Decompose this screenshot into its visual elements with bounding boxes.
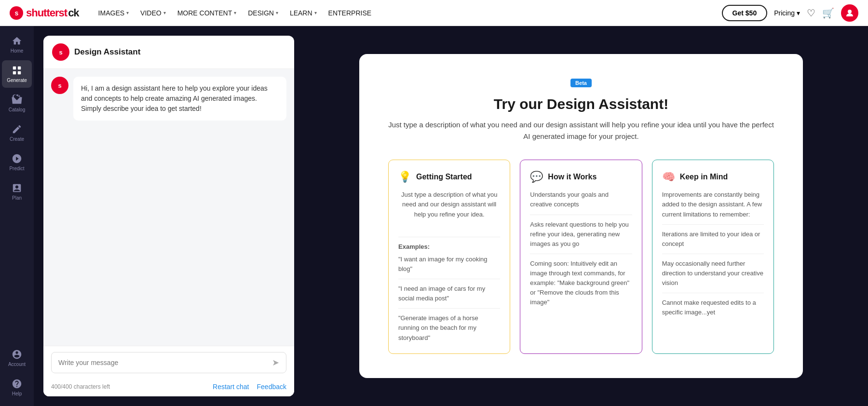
- pricing-link[interactable]: Pricing ▾: [774, 9, 800, 17]
- example-1: "I want an image for my cooking blog": [398, 255, 500, 274]
- favorites-icon[interactable]: ♡: [807, 7, 815, 19]
- nav-design[interactable]: DESIGN ▾: [243, 6, 283, 20]
- sidebar: Home Generate Catalog Create Predict Pla…: [0, 26, 34, 406]
- feature-title-how: How it Works: [548, 173, 597, 181]
- brain-icon: 🧠: [662, 171, 675, 183]
- feature-card-keep-in-mind: 🧠 Keep in Mind Improvements are constant…: [652, 160, 774, 354]
- chat-title: Design Assistant: [74, 47, 140, 57]
- nav-links: IMAGES ▾ VIDEO ▾ MORE CONTENT ▾ DESIGN ▾…: [94, 6, 722, 20]
- restart-chat-link[interactable]: Restart chat: [213, 383, 249, 391]
- keep-item-1: Iterations are limited to your idea or c…: [662, 230, 764, 249]
- chat-footer-links: Restart chat Feedback: [213, 383, 286, 391]
- getting-started-examples-label: Examples:: [398, 242, 500, 252]
- feature-title-getting-started: Getting Started: [416, 173, 472, 181]
- sidebar-item-home[interactable]: Home: [2, 31, 32, 58]
- svg-rect-5: [13, 71, 16, 74]
- how-item-3: Coming soon: Intuitively edit an image t…: [530, 259, 632, 308]
- sidebar-item-generate[interactable]: Generate: [2, 60, 32, 88]
- chat-input[interactable]: [58, 359, 267, 366]
- user-avatar[interactable]: [841, 4, 858, 22]
- getting-started-body: Just type a description of what you need…: [398, 190, 500, 219]
- how-item-2: Asks relevant questions to help you refi…: [530, 220, 632, 249]
- info-title: Try our Design Assistant!: [388, 96, 774, 112]
- nav-right: Get $50 Pricing ▾ ♡ 🛒: [722, 4, 858, 22]
- main-layout: Home Generate Catalog Create Predict Pla…: [0, 26, 868, 406]
- feature-title-keep: Keep in Mind: [680, 173, 728, 181]
- cart-icon[interactable]: 🛒: [822, 7, 834, 19]
- nav-more-content[interactable]: MORE CONTENT ▾: [173, 6, 242, 20]
- sidebar-item-create[interactable]: Create: [2, 119, 32, 147]
- svg-rect-4: [18, 67, 21, 69]
- nav-enterprise[interactable]: ENTERPRISE: [324, 6, 376, 20]
- feature-card-header-keep: 🧠 Keep in Mind: [662, 171, 764, 183]
- info-description: Just type a description of what you need…: [388, 119, 774, 142]
- svg-text:s: s: [58, 82, 61, 89]
- nav-images[interactable]: IMAGES ▾: [94, 6, 134, 20]
- keep-item-2: May occasionally need further direction …: [662, 259, 764, 288]
- pricing-chevron: ▾: [797, 9, 800, 17]
- chat-messages: s Hi, I am a design assistant here to he…: [43, 69, 294, 346]
- sidebar-item-help[interactable]: Help: [2, 374, 32, 401]
- nav-learn[interactable]: LEARN ▾: [285, 6, 322, 20]
- sidebar-item-predict[interactable]: Predict: [2, 149, 32, 176]
- feature-card-how-it-works: 💬 How it Works Understands your goals an…: [520, 160, 642, 354]
- top-navigation: s shutterstck IMAGES ▾ VIDEO ▾ MORE CONT…: [0, 0, 868, 26]
- char-count: 400/400 characters left: [51, 383, 110, 390]
- svg-text:s: s: [59, 49, 62, 56]
- beta-badge: Beta: [570, 79, 592, 87]
- main-content: s Design Assistant s Hi, I am a design a…: [34, 26, 868, 406]
- message-row: s Hi, I am a design assistant here to he…: [51, 77, 286, 121]
- example-3: "Generate images of a horse running on t…: [398, 313, 500, 342]
- feature-card-header-how: 💬 How it Works: [530, 171, 632, 183]
- message-bubble: Hi, I am a design assistant here to help…: [73, 77, 286, 121]
- chat-input-row: ➤: [51, 352, 286, 373]
- svg-text:s: s: [15, 9, 19, 17]
- feature-card-header: 💡 Getting Started: [398, 171, 500, 183]
- sidebar-item-account[interactable]: Account: [2, 344, 32, 372]
- get50-button[interactable]: Get $50: [722, 5, 768, 21]
- info-card: Beta Try our Design Assistant! Just type…: [359, 54, 803, 378]
- feature-cards: 💡 Getting Started Just type a descriptio…: [388, 160, 774, 354]
- chat-icon: 💬: [530, 171, 543, 183]
- example-2: "I need an image of cars for my social m…: [398, 284, 500, 303]
- chat-panel: s Design Assistant s Hi, I am a design a…: [43, 36, 294, 396]
- sidebar-item-catalog[interactable]: Catalog: [2, 90, 32, 117]
- logo[interactable]: s shutterstck: [10, 6, 79, 20]
- how-item-1: Understands your goals and creative conc…: [530, 190, 632, 209]
- chat-footer: 400/400 characters left Restart chat Fee…: [43, 379, 294, 396]
- lightbulb-icon: 💡: [398, 171, 411, 183]
- chat-header: s Design Assistant: [43, 36, 294, 69]
- keep-item-3: Cannot make requested edits to a specifi…: [662, 298, 764, 317]
- info-panel: Beta Try our Design Assistant! Just type…: [294, 26, 868, 406]
- svg-rect-6: [18, 71, 21, 74]
- send-button[interactable]: ➤: [272, 357, 279, 368]
- nav-video[interactable]: VIDEO ▾: [136, 6, 171, 20]
- chat-logo: s: [52, 43, 69, 61]
- sidebar-item-plan[interactable]: Plan: [2, 178, 32, 205]
- feedback-link[interactable]: Feedback: [257, 383, 286, 391]
- keep-intro: Improvements are constantly being added …: [662, 190, 764, 219]
- chat-input-area: ➤: [43, 346, 294, 379]
- svg-point-2: [848, 10, 852, 14]
- feature-card-getting-started: 💡 Getting Started Just type a descriptio…: [388, 160, 510, 354]
- message-avatar: s: [51, 77, 68, 94]
- svg-rect-3: [13, 67, 16, 69]
